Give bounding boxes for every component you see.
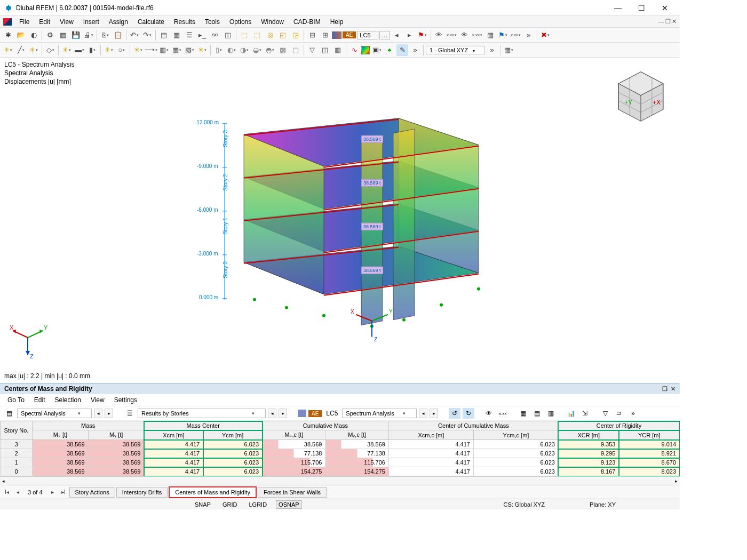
panel-menu-edit[interactable]: Edit xyxy=(30,395,50,405)
menu-tools[interactable]: Tools xyxy=(201,17,224,27)
support-icon[interactable]: ✳ xyxy=(103,44,115,56)
spline-icon[interactable]: ✳ xyxy=(28,44,39,56)
section-icon[interactable]: ▥ xyxy=(332,44,344,56)
animate-icon[interactable]: ♠ xyxy=(384,44,395,56)
chart-icon[interactable]: 📊 xyxy=(565,408,577,419)
table-icon[interactable]: ▤ xyxy=(158,29,170,41)
view-xxx-icon[interactable]: x.xx xyxy=(446,29,458,41)
maximize-button[interactable]: ☐ xyxy=(631,1,652,15)
col-xcc[interactable]: Xcm,c [m] xyxy=(388,430,473,440)
menu-results[interactable]: Results xyxy=(170,17,200,27)
tab-next-icon[interactable]: ▸ xyxy=(48,487,58,497)
menu-calculate[interactable]: Calculate xyxy=(133,17,169,27)
cloud-icon[interactable]: ◐ xyxy=(28,29,39,41)
iso-icon[interactable]: ▣ xyxy=(371,44,383,56)
export-icon[interactable]: ⇲ xyxy=(579,408,591,419)
gear-icon[interactable]: ⚙ xyxy=(44,29,56,41)
block-icon[interactable]: ▦ xyxy=(57,29,69,41)
save-icon[interactable]: 💾 xyxy=(70,29,82,41)
column-icon[interactable]: ▮ xyxy=(86,44,98,56)
grid2-icon[interactable]: ▤ xyxy=(531,408,543,419)
tab-prev-icon[interactable]: ◂ xyxy=(13,487,22,497)
results-mode-select[interactable]: Results by Stories▾ xyxy=(138,409,266,418)
view-xxx3-icon[interactable]: x.xx xyxy=(510,29,522,41)
node-icon[interactable]: ✳ xyxy=(2,44,14,56)
menu-window[interactable]: Window xyxy=(257,17,288,27)
lc-prev-icon[interactable]: ◂ xyxy=(391,29,403,41)
select-filter-icon[interactable]: ◲ xyxy=(290,29,301,41)
load-free-icon[interactable]: ✳ xyxy=(196,44,208,56)
sweep-icon[interactable]: ◑ xyxy=(239,44,250,56)
copy-icon[interactable]: ⎘ xyxy=(99,29,111,41)
distribute-icon[interactable]: ⊞ xyxy=(319,29,331,41)
menu-cad-bim[interactable]: CAD-BIM xyxy=(289,17,325,27)
status-snap[interactable]: SNAP xyxy=(192,500,213,509)
filter-icon[interactable]: ▽ xyxy=(306,44,318,56)
load-node-icon[interactable]: ✳ xyxy=(132,44,144,56)
menu-options[interactable]: Options xyxy=(225,17,256,27)
viewport-3d[interactable]: LC5 - Spectrum Analysis Spectral Analysi… xyxy=(0,58,680,383)
table-row[interactable]: 238.56938.5694.4176.02377.13877.1384.417… xyxy=(1,449,680,458)
results-next[interactable]: ▸ xyxy=(279,409,287,418)
table-row[interactable]: 338.56938.5694.4176.02338.56938.5694.417… xyxy=(1,440,680,449)
undo-icon[interactable]: ↶ xyxy=(129,29,140,41)
results-table[interactable]: Story No. Mass Mass Center Cumulative Ma… xyxy=(0,421,680,476)
contour-icon[interactable] xyxy=(361,46,370,54)
beam-icon[interactable]: ▬ xyxy=(74,44,85,56)
status-osnap[interactable]: OSNAP xyxy=(276,500,302,509)
console-icon[interactable]: ▸_ xyxy=(196,29,208,41)
mdi-restore-icon[interactable]: ❐ xyxy=(665,18,671,25)
col-mx[interactable]: Mₓ [t] xyxy=(33,430,89,440)
minimize-button[interactable]: — xyxy=(607,1,629,15)
select-all-icon[interactable]: ◎ xyxy=(264,29,276,41)
menu-file[interactable]: File xyxy=(15,17,34,27)
diagram-icon[interactable]: ∿ xyxy=(348,44,360,56)
col-ycm[interactable]: Ycm [m] xyxy=(203,430,263,440)
analysis-select[interactable]: Spectral Analysis▾ xyxy=(17,409,92,418)
panel-menu-settings[interactable]: Settings xyxy=(110,395,141,405)
status-cs[interactable]: CS: Global XYZ xyxy=(503,501,545,508)
loadcase-input[interactable]: LC5 xyxy=(357,31,378,39)
grid1-icon[interactable]: ▦ xyxy=(517,408,529,419)
script-icon[interactable]: SC xyxy=(209,29,221,41)
view-eye2-icon[interactable]: 👁 xyxy=(459,29,471,41)
surface-icon[interactable]: ◇ xyxy=(44,44,56,56)
panel-close-icon[interactable]: ✕ xyxy=(671,386,676,393)
tab-story-actions[interactable]: Story Actions xyxy=(69,487,115,498)
delete-icon[interactable]: ✖ xyxy=(539,29,551,41)
select-prev-icon[interactable]: ◱ xyxy=(277,29,289,41)
tab-forces-shear-walls[interactable]: Forces in Shear Walls xyxy=(258,487,327,498)
plugin-icon[interactable]: ◫ xyxy=(222,29,234,41)
navcube-icon[interactable]: +X +Y xyxy=(611,67,670,126)
tab-last-icon[interactable]: ▸I xyxy=(59,487,68,497)
results-prev[interactable]: ◂ xyxy=(268,409,276,418)
menu-help[interactable]: Help xyxy=(326,17,348,27)
align-icon[interactable]: ⊟ xyxy=(306,29,318,41)
new-icon[interactable]: ✱ xyxy=(2,29,14,41)
lc-next-icon[interactable]: ▸ xyxy=(404,29,416,41)
overflow3-icon[interactable]: » xyxy=(486,44,498,56)
mdi-close-icon[interactable]: ✕ xyxy=(672,18,677,25)
ae-badge[interactable]: AE xyxy=(343,31,356,38)
overflow2-icon[interactable]: » xyxy=(409,44,421,56)
bool-icon[interactable]: ◓ xyxy=(264,44,276,56)
panel-menu-selection[interactable]: Selection xyxy=(51,395,85,405)
display-options-icon[interactable]: ▦ xyxy=(503,44,514,56)
status-plane[interactable]: Plane: XY xyxy=(590,501,616,508)
overflow-icon[interactable]: » xyxy=(523,29,535,41)
tab-centers-mass-rigidity[interactable]: Centers of Mass and Rigidity xyxy=(169,486,257,498)
panel-menu-view[interactable]: View xyxy=(86,395,109,405)
eye3-icon[interactable]: 👁 xyxy=(483,408,495,419)
tab-first-icon[interactable]: I◂ xyxy=(2,487,12,497)
loft-icon[interactable]: ◒ xyxy=(251,44,263,56)
redo-icon[interactable]: ↷ xyxy=(141,29,153,41)
table-row[interactable]: 138.56938.5694.4176.023115.706115.7064.4… xyxy=(1,458,680,467)
view-eye-icon[interactable]: 👁 xyxy=(433,29,445,41)
table-scrollbar[interactable]: ◂▸ xyxy=(0,476,680,485)
analysis-prev[interactable]: ◂ xyxy=(94,409,102,418)
solid-icon[interactable]: ▢ xyxy=(290,44,301,56)
load-line-icon[interactable]: ⟶ xyxy=(145,44,157,56)
col-my[interactable]: Mᵧ [t] xyxy=(88,430,144,440)
link2-icon[interactable]: ↻ xyxy=(463,408,474,419)
panel-icon2[interactable]: ☰ xyxy=(124,408,136,419)
